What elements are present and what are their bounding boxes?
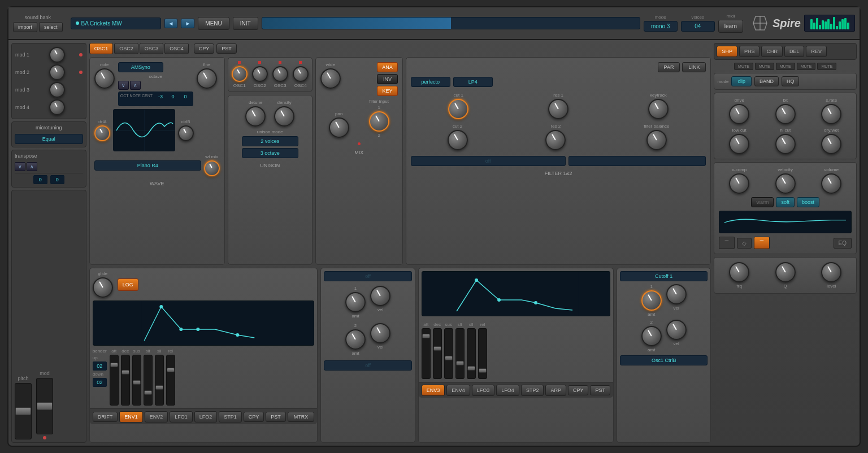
wave-type-display[interactable]: AMSyno bbox=[118, 62, 163, 72]
filter2-type[interactable]: LP4 bbox=[453, 77, 493, 87]
osc3-tab[interactable]: OSC3 bbox=[140, 43, 164, 54]
env3-slt-slider[interactable] bbox=[455, 328, 465, 379]
filter1-type[interactable]: perfecto bbox=[411, 77, 450, 87]
boost-button[interactable]: boost bbox=[797, 197, 819, 207]
rev-mute-button[interactable]: MUTE bbox=[817, 63, 836, 70]
filter-off1[interactable]: off bbox=[411, 156, 566, 166]
lfo1-tab[interactable]: LFO1 bbox=[170, 411, 193, 422]
soft-button[interactable]: soft bbox=[776, 197, 795, 207]
stp2-tab[interactable]: STP2 bbox=[521, 385, 544, 396]
env2-tab[interactable]: ENV2 bbox=[145, 411, 168, 422]
lowcut-knob[interactable] bbox=[729, 134, 749, 154]
filter-off2[interactable] bbox=[568, 156, 706, 166]
detune-knob[interactable] bbox=[245, 106, 266, 127]
filter-input-knob[interactable] bbox=[369, 111, 389, 132]
del-tab[interactable]: DEL bbox=[784, 46, 805, 57]
phs-tab[interactable]: PHS bbox=[739, 46, 760, 57]
shp-mute-button[interactable]: MUTE bbox=[734, 63, 753, 70]
env3-copy-button[interactable]: CPY bbox=[568, 385, 589, 395]
mtrx-button[interactable]: MTRX bbox=[288, 412, 315, 422]
xcomp-knob[interactable] bbox=[729, 173, 749, 194]
lfo1-off-display2[interactable]: off bbox=[324, 360, 412, 371]
eq-peak-button[interactable]: ◇ bbox=[737, 238, 752, 249]
lfo2-tab[interactable]: LFO2 bbox=[194, 411, 218, 422]
mod-amt-knob[interactable] bbox=[641, 290, 662, 311]
band-button[interactable]: BAND bbox=[754, 76, 779, 86]
lfo4-tab[interactable]: LFO4 bbox=[496, 385, 519, 396]
learn-button[interactable]: learn bbox=[718, 20, 743, 33]
transpose-up-button[interactable]: ∧ bbox=[27, 162, 37, 171]
wide-knob[interactable] bbox=[320, 68, 341, 89]
mode-display[interactable]: mono 3 bbox=[644, 21, 678, 32]
stp1-tab[interactable]: STP1 bbox=[219, 411, 242, 422]
unison-mode-display[interactable]: 2 voices bbox=[242, 136, 298, 146]
eq-hishelf-button[interactable]: ⌒ bbox=[754, 237, 770, 249]
env3-att-slider[interactable] bbox=[422, 328, 431, 379]
import-button[interactable]: import bbox=[13, 22, 37, 32]
lfo1-off-display1[interactable]: off bbox=[324, 271, 412, 281]
mod-vel-knob[interactable] bbox=[666, 284, 687, 304]
drywet-knob[interactable] bbox=[821, 134, 841, 154]
dec-slider[interactable] bbox=[121, 355, 130, 406]
osc1-tab[interactable]: OSC1 bbox=[89, 43, 114, 54]
env3-tab[interactable]: ENV3 bbox=[422, 385, 445, 396]
filter-balance-knob[interactable] bbox=[646, 130, 667, 150]
clip-display[interactable]: clip bbox=[731, 76, 752, 86]
log-button[interactable]: LOG bbox=[118, 278, 138, 291]
env4-tab[interactable]: ENV4 bbox=[446, 385, 470, 396]
init-button[interactable]: INIT bbox=[233, 17, 258, 30]
volume-knob[interactable] bbox=[821, 173, 841, 194]
hicut-knob[interactable] bbox=[775, 134, 796, 154]
osc1-vol-knob[interactable] bbox=[232, 66, 248, 82]
chr-tab[interactable]: CHR bbox=[761, 46, 783, 57]
att-slider[interactable] bbox=[110, 355, 119, 406]
osc2-vol-knob[interactable] bbox=[252, 66, 268, 82]
res1-knob[interactable] bbox=[548, 99, 568, 119]
osc3-vol-knob[interactable] bbox=[272, 66, 288, 82]
menu-button[interactable]: MENU bbox=[198, 17, 229, 30]
env3-paste-button[interactable]: PST bbox=[590, 385, 610, 395]
env3-dec-slider[interactable] bbox=[433, 328, 442, 379]
keytrack-knob[interactable] bbox=[648, 99, 669, 119]
octave-down-button[interactable]: ∨ bbox=[118, 81, 129, 90]
env1-tab[interactable]: ENV1 bbox=[119, 411, 143, 422]
env3-sll-slider[interactable] bbox=[467, 328, 476, 379]
hq-button[interactable]: HQ bbox=[782, 76, 800, 86]
osc-copy-button[interactable]: CPY bbox=[194, 43, 215, 54]
eq-button[interactable]: EQ bbox=[834, 238, 852, 249]
chr-mute-button[interactable]: MUTE bbox=[776, 63, 795, 70]
bender-up-val[interactable]: 02 bbox=[93, 361, 107, 371]
target2-display[interactable]: Osc1 CtrlB bbox=[620, 355, 708, 365]
warm-button[interactable]: warm bbox=[751, 197, 774, 207]
transpose-down-button[interactable]: ∨ bbox=[15, 162, 25, 171]
voices-display[interactable]: 04 bbox=[681, 21, 715, 32]
level-knob[interactable] bbox=[821, 262, 841, 282]
rev-tab[interactable]: REV bbox=[806, 46, 827, 57]
osc4-tab[interactable]: OSC4 bbox=[164, 43, 189, 54]
unison-octave-display[interactable]: 3 octave bbox=[242, 148, 298, 158]
octave-up-button[interactable]: ∧ bbox=[130, 81, 141, 90]
res2-knob[interactable] bbox=[545, 130, 566, 150]
mod-fader[interactable] bbox=[36, 378, 53, 434]
frq-knob[interactable] bbox=[729, 262, 749, 282]
mod-vel2-knob[interactable] bbox=[666, 320, 687, 340]
env1-paste-button[interactable]: PST bbox=[266, 412, 286, 422]
pan-knob[interactable] bbox=[329, 117, 349, 138]
mod3-knob[interactable] bbox=[49, 82, 65, 98]
glide-knob[interactable] bbox=[93, 277, 113, 298]
srate-knob[interactable] bbox=[821, 104, 841, 124]
select-button[interactable]: select bbox=[39, 22, 63, 32]
mod-amt2-knob[interactable] bbox=[641, 326, 662, 346]
prev-preset-button[interactable]: ◄ bbox=[164, 19, 178, 28]
par-button[interactable]: PAR bbox=[658, 62, 680, 72]
next-preset-button[interactable]: ► bbox=[181, 19, 194, 28]
transpose-val2[interactable]: 0 bbox=[50, 175, 64, 184]
rel-slider[interactable] bbox=[166, 355, 175, 406]
osc4-vol-knob[interactable] bbox=[293, 66, 309, 82]
drift-button[interactable]: DRIFT bbox=[93, 412, 118, 422]
bender-down-val[interactable]: 02 bbox=[93, 378, 107, 387]
ctrla-knob[interactable] bbox=[94, 125, 110, 141]
del-mute-button[interactable]: MUTE bbox=[797, 63, 816, 70]
lfo1-knob1[interactable] bbox=[345, 292, 366, 312]
env3-rel-slider[interactable] bbox=[478, 328, 487, 379]
